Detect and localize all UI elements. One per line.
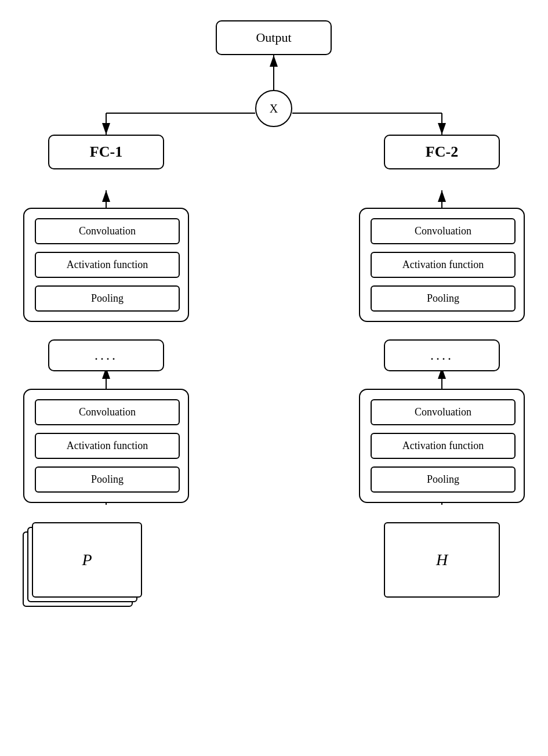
output-box: Output xyxy=(216,20,332,55)
right-bottom-pooling-label: Pooling xyxy=(427,473,459,486)
output-label: Output xyxy=(256,30,291,45)
right-bottom-conv-block: Convoluation Activation function Pooling xyxy=(359,389,525,503)
multiply-node: X xyxy=(255,90,292,127)
right-top-pooling-label: Pooling xyxy=(427,292,459,305)
right-bottom-activation-label: Activation function xyxy=(402,440,484,452)
multiply-label: X xyxy=(270,102,278,115)
right-top-pooling-box: Pooling xyxy=(371,285,516,312)
left-dots-box: .... xyxy=(48,339,164,371)
right-bottom-pooling-box: Pooling xyxy=(371,466,516,493)
left-dots-label: .... xyxy=(95,348,118,363)
left-bottom-convolution-label: Convoluation xyxy=(79,406,136,418)
left-top-activation-label: Activation function xyxy=(67,259,148,271)
left-bottom-activation-box: Activation function xyxy=(35,433,180,459)
right-top-activation-box: Activation function xyxy=(371,252,516,278)
h-label: H xyxy=(436,551,448,569)
right-top-convolution-box: Convoluation xyxy=(371,218,516,244)
p-input-box: P xyxy=(32,522,142,598)
left-top-convolution-box: Convoluation xyxy=(35,218,180,244)
right-top-activation-label: Activation function xyxy=(402,259,484,271)
fc2-box: FC-2 xyxy=(384,135,500,169)
right-dots-label: .... xyxy=(430,348,453,363)
left-bottom-pooling-box: Pooling xyxy=(35,466,180,493)
right-bottom-convolution-label: Convoluation xyxy=(415,406,471,418)
left-top-pooling-label: Pooling xyxy=(91,292,124,305)
right-bottom-convolution-box: Convoluation xyxy=(371,399,516,425)
fc2-label: FC-2 xyxy=(426,143,458,161)
diagram: Output X FC-1 FC-2 Convoluation Activati… xyxy=(0,0,548,756)
left-top-convolution-label: Convoluation xyxy=(79,225,136,237)
right-dots-box: .... xyxy=(384,339,500,371)
right-top-conv-block: Convoluation Activation function Pooling xyxy=(359,208,525,322)
right-bottom-activation-box: Activation function xyxy=(371,433,516,459)
left-top-conv-block: Convoluation Activation function Pooling xyxy=(23,208,189,322)
fc1-label: FC-1 xyxy=(90,143,122,161)
right-top-convolution-label: Convoluation xyxy=(415,225,471,237)
p-label: P xyxy=(82,551,92,569)
h-input-box: H xyxy=(384,522,500,598)
left-bottom-pooling-label: Pooling xyxy=(91,473,124,486)
left-top-activation-box: Activation function xyxy=(35,252,180,278)
left-bottom-activation-label: Activation function xyxy=(67,440,148,452)
left-bottom-conv-block: Convoluation Activation function Pooling xyxy=(23,389,189,503)
left-bottom-convolution-box: Convoluation xyxy=(35,399,180,425)
fc1-box: FC-1 xyxy=(48,135,164,169)
left-top-pooling-box: Pooling xyxy=(35,285,180,312)
